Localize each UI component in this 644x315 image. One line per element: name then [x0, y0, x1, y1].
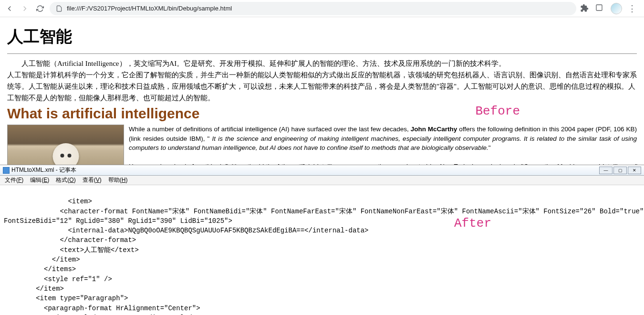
page-title: 人工智能 — [7, 26, 637, 48]
intro-indent: 人工智能（Artificial Intelligence），英文缩写为AI。它是… — [7, 58, 637, 69]
notepad-icon — [3, 167, 10, 174]
xml-content: <item> <character-format FontName="宋体" F… — [4, 198, 644, 315]
window-icon[interactable] — [595, 4, 605, 13]
notepad-body[interactable]: <item> <character-format FontName="宋体" F… — [0, 185, 644, 315]
notepad-title: HTMLtoXML.xml - 记事本 — [11, 166, 76, 174]
menu-dots-icon[interactable]: ⋮ — [628, 3, 636, 14]
menu-help[interactable]: 帮助(H) — [105, 175, 131, 185]
notepad-window: HTMLtoXML.xml - 记事本 — ▢ ✕ 文件(F) 编辑(E) 格式… — [0, 165, 644, 315]
browser-right-controls: ⋮ — [580, 3, 640, 14]
notepad-titlebar[interactable]: HTMLtoXML.xml - 记事本 — ▢ ✕ — [0, 165, 644, 176]
address-bar[interactable]: file:///F:/VS2017Project/HTMLtoXML/bin/D… — [50, 2, 576, 15]
menu-view[interactable]: 查看(V) — [80, 175, 104, 185]
browser-toolbar: file:///F:/VS2017Project/HTMLtoXML/bin/D… — [0, 0, 644, 17]
file-icon — [55, 5, 63, 12]
section-heading: What is artificial intelligence — [7, 105, 637, 122]
divider — [7, 53, 637, 54]
menu-edit[interactable]: 编辑(E) — [27, 175, 52, 185]
after-label: After — [454, 215, 491, 233]
notepad-menubar: 文件(F) 编辑(E) 格式(O) 查看(V) 帮助(H) — [0, 176, 644, 185]
url-text: file:///F:/VS2017Project/HTMLtoXML/bin/D… — [67, 5, 232, 12]
svg-rect-0 — [596, 5, 602, 10]
close-button[interactable]: ✕ — [628, 167, 641, 174]
profile-avatar[interactable] — [611, 3, 622, 14]
menu-format[interactable]: 格式(O) — [53, 175, 78, 185]
maximize-button[interactable]: ▢ — [613, 167, 627, 174]
back-button[interactable] — [4, 3, 15, 14]
reload-button[interactable] — [34, 3, 46, 14]
forward-button[interactable] — [19, 3, 31, 14]
minimize-button[interactable]: — — [599, 167, 613, 174]
before-label: Before — [475, 104, 520, 118]
intro-rest: 人工智能是计算机科学的一个分支，它企图了解智能的实质，并生产出一种新的能以人类智… — [7, 69, 637, 104]
menu-file[interactable]: 文件(F) — [2, 175, 26, 185]
extensions-icon[interactable] — [580, 4, 590, 13]
